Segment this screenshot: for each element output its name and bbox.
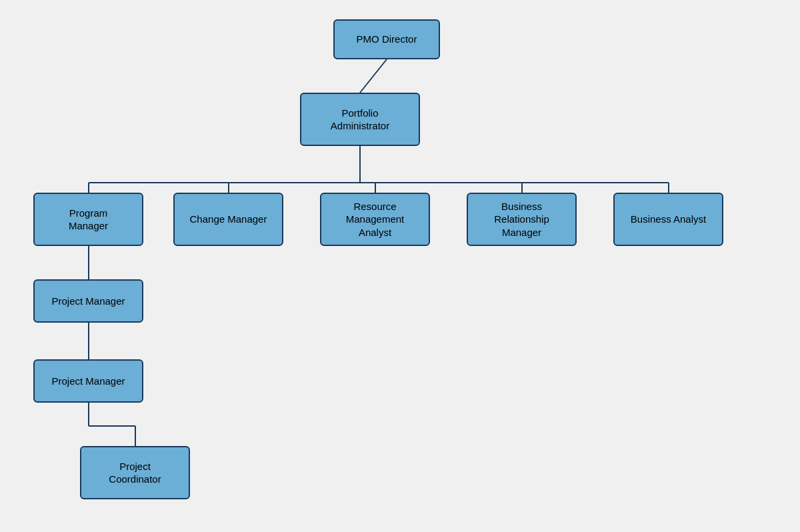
- node-change-manager: Change Manager: [173, 193, 283, 246]
- node-business-relationship-manager: BusinessRelationshipManager: [467, 193, 577, 246]
- svg-line-0: [360, 59, 387, 93]
- node-project-manager-2: Project Manager: [33, 359, 143, 403]
- node-project-manager-1: Project Manager: [33, 279, 143, 323]
- org-chart: PMO Director PortfolioAdministrator Prog…: [13, 6, 787, 526]
- node-business-analyst: Business Analyst: [613, 193, 723, 246]
- node-portfolio-admin: PortfolioAdministrator: [300, 93, 420, 146]
- node-pmo-director: PMO Director: [333, 19, 440, 59]
- node-project-coordinator: ProjectCoordinator: [80, 446, 190, 499]
- node-resource-management-analyst: ResourceManagementAnalyst: [320, 193, 430, 246]
- node-program-manager: ProgramManager: [33, 193, 143, 246]
